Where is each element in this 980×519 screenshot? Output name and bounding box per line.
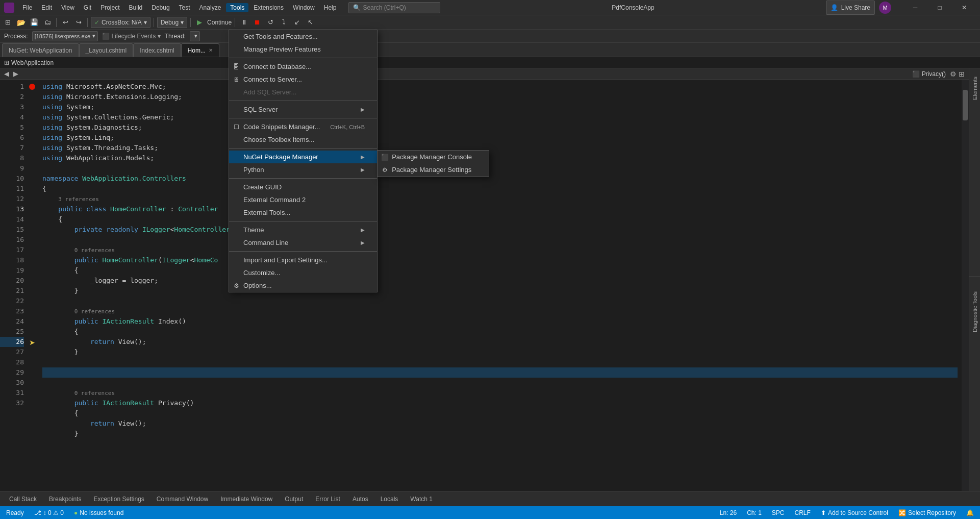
add-source-control[interactable]: ⬆ Add to Source Control [819, 509, 890, 516]
submenu-pkg-console[interactable]: ⬛ Package Manager Console [378, 151, 489, 163]
menu-build[interactable]: Build [125, 3, 147, 12]
tab-bar: NuGet: WebApplication _Layout.cshtml Ind… [0, 43, 980, 57]
menu-project[interactable]: Project [96, 3, 123, 12]
undo-button[interactable]: ↩ [60, 17, 71, 28]
tab-close-icon[interactable]: ✕ [209, 47, 213, 53]
menu-manage-preview[interactable]: Manage Preview Features [229, 43, 377, 56]
menu-create-guid[interactable]: Create GUID [229, 181, 377, 193]
menu-theme[interactable]: Theme ▶ [229, 224, 377, 236]
menu-sql-server[interactable]: SQL Server ▶ [229, 103, 377, 116]
bottom-tab-autos[interactable]: Autos [347, 492, 373, 506]
new-file-button[interactable]: ⊞ [2, 17, 13, 28]
save-button[interactable]: 💾 [29, 17, 40, 28]
menu-tools[interactable]: Tools [226, 3, 248, 12]
status-issues[interactable]: ● No issues found [72, 509, 125, 516]
status-crlf[interactable]: CRLF [793, 509, 813, 516]
menu-help[interactable]: Help [320, 3, 341, 12]
menu-options[interactable]: ⚙ Options... [229, 279, 377, 292]
status-spc[interactable]: SPC [770, 509, 787, 516]
breadcrumb-privacy: ⬛ Privacy() [912, 70, 946, 78]
editor-nav-right[interactable]: ▶ [13, 70, 18, 78]
diagnostic-panel-label[interactable]: Diagnostic Tools [970, 287, 980, 336]
status-ln[interactable]: Ln: 26 [718, 509, 739, 516]
menu-window[interactable]: Window [289, 3, 319, 12]
menu-import-export[interactable]: Import and Export Settings... [229, 254, 377, 266]
code-area: 1 2 3 4 5 6 7 8 9 10 11 12 13 14 15 16 1… [0, 80, 969, 491]
minimize-button[interactable]: ─ [903, 0, 927, 15]
open-file-button[interactable]: 📂 [15, 17, 27, 28]
menu-python[interactable]: Python ▶ [229, 163, 377, 176]
menu-debug[interactable]: Debug [147, 3, 173, 12]
menu-choose-toolbox[interactable]: Choose Toolbox Items... [229, 133, 377, 146]
editor-nav-left[interactable]: ◀ [4, 70, 9, 78]
tab-nuget[interactable]: NuGet: WebApplication [2, 43, 79, 57]
start-label: Continue [207, 19, 232, 26]
start-button[interactable]: ▶ [194, 17, 205, 28]
bottom-tab-watch1[interactable]: Watch 1 [405, 492, 438, 506]
live-share-label: Live Share [841, 4, 870, 11]
step-out-button[interactable]: ↖ [305, 17, 316, 28]
live-share-button[interactable]: 👤 Live Share [826, 1, 875, 15]
menu-view[interactable]: View [57, 3, 79, 12]
save-all-button[interactable]: 🗂 [42, 17, 53, 28]
bottom-tab-error[interactable]: Error List [310, 492, 345, 506]
menu-get-tools[interactable]: Get Tools and Features... [229, 30, 377, 43]
menu-code-snippets[interactable]: ☐ Code Snippets Manager... Ctrl+K, Ctrl+… [229, 120, 377, 133]
scrollbar-thumb[interactable] [963, 90, 968, 120]
config-dropdown[interactable]: ✓ CrossBox: N/A ▾ [91, 17, 150, 28]
bottom-tab-breakpoints[interactable]: Breakpoints [44, 492, 86, 506]
split-icon[interactable]: ⊞ [959, 70, 965, 78]
pause-button[interactable]: ⏸ [238, 17, 249, 28]
tab-home-label: Hom... [188, 47, 206, 54]
tab-home[interactable]: Hom... ✕ [181, 43, 219, 57]
menu-command-line[interactable]: Command Line ▶ [229, 236, 377, 249]
menu-test[interactable]: Test [175, 3, 194, 12]
menu-sep-1 [229, 58, 377, 58]
thread-dropdown[interactable]: ▾ [190, 31, 200, 41]
submenu-pkg-settings[interactable]: ⚙ Package Manager Settings [378, 163, 489, 176]
notifications[interactable]: 🔔 [964, 509, 976, 516]
search-placeholder: Search (Ctrl+Q) [363, 4, 406, 11]
bottom-tab-exception[interactable]: Exception Settings [88, 492, 149, 506]
elements-panel-label[interactable]: Elements [970, 72, 980, 104]
settings-icon[interactable]: ⚙ [950, 70, 957, 78]
lifecycle-label: ⬛ Lifecycle Events ▾ [102, 33, 160, 40]
maximize-button[interactable]: □ [928, 0, 951, 15]
code-content[interactable]: using Microsoft.AspNetCore.Mvc; using Mi… [38, 80, 962, 491]
menu-nuget[interactable]: NuGet Package Manager ▶ ⬛ Package Manage… [229, 151, 377, 163]
restart-button[interactable]: ↺ [265, 17, 276, 28]
bottom-tab-locals[interactable]: Locals [375, 492, 404, 506]
step-in-button[interactable]: ↙ [291, 17, 303, 28]
menu-add-sql: Add SQL Server... [229, 86, 377, 98]
menu-extensions[interactable]: Extensions [249, 3, 288, 12]
status-ready[interactable]: Ready [4, 509, 26, 516]
menu-customize[interactable]: Customize... [229, 266, 377, 279]
menu-connect-server[interactable]: 🖥 Connect to Server... [229, 73, 377, 86]
menu-edit[interactable]: Edit [37, 3, 56, 12]
bottom-tab-immediate[interactable]: Immediate Window [215, 492, 278, 506]
step-over-button[interactable]: ⤵ [278, 17, 289, 28]
menu-analyze[interactable]: Analyze [195, 3, 225, 12]
vertical-scrollbar[interactable] [962, 80, 969, 491]
stop-button[interactable]: ⏹ [252, 17, 263, 28]
menu-ext-cmd2[interactable]: External Command 2 [229, 193, 377, 206]
menu-ext-tools[interactable]: External Tools... [229, 206, 377, 219]
debug-config-dropdown[interactable]: Debug ▾ [157, 17, 187, 28]
status-git[interactable]: ⎇ ↕ 0 ⚠ 0 [32, 509, 66, 516]
svg-rect-3 [10, 8, 13, 12]
menu-file[interactable]: File [18, 3, 36, 12]
search-box[interactable]: 🔍 Search (Ctrl+Q) [348, 2, 440, 13]
tab-layout[interactable]: _Layout.cshtml [79, 43, 134, 57]
menu-connect-db[interactable]: 🗄 Connect to Database... [229, 60, 377, 73]
check-icon: ● [74, 509, 78, 516]
select-repository[interactable]: 🔀 Select Repository [896, 509, 958, 516]
close-button[interactable]: ✕ [952, 0, 976, 15]
menu-git[interactable]: Git [80, 3, 95, 12]
tab-index[interactable]: Index.cshtml [133, 43, 181, 57]
bottom-tab-output[interactable]: Output [280, 492, 308, 506]
bottom-tab-command[interactable]: Command Window [152, 492, 213, 506]
redo-button[interactable]: ↪ [73, 17, 84, 28]
status-ch[interactable]: Ch: 1 [745, 509, 764, 516]
bottom-tab-call-stack[interactable]: Call Stack [4, 492, 42, 506]
process-dropdown[interactable]: [18576] iisexpress.exe ▾ [32, 31, 98, 41]
